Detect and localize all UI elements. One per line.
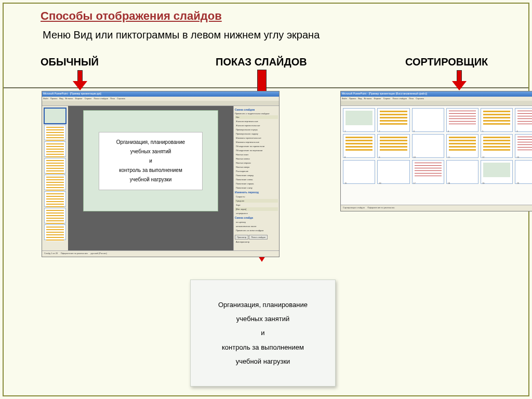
thumbnail bbox=[44, 175, 66, 190]
thumbnail bbox=[44, 108, 66, 124]
pane-header: Смена слайдов bbox=[235, 108, 278, 111]
slide-thumb: 2 bbox=[377, 108, 409, 132]
menubar: Файл Правка Вид Вставка Формат Сервис По… bbox=[341, 97, 532, 101]
show-button: Показ слайдов bbox=[249, 235, 268, 240]
slide-thumb: 11 bbox=[446, 134, 478, 158]
screenshot-normal-view: Microsoft PowerPoint - [Пример презентац… bbox=[42, 91, 280, 257]
slide-thumb: 4 bbox=[446, 108, 478, 132]
transition-item: Шахматы горизонтальные bbox=[235, 136, 278, 140]
text-line: контроль за выполнением bbox=[102, 166, 199, 175]
text-line: и bbox=[218, 326, 308, 340]
menu-item: Окно bbox=[409, 97, 414, 100]
transition-item: Появление справа bbox=[235, 182, 278, 185]
window-titlebar: Microsoft PowerPoint - [Пример презентац… bbox=[341, 91, 532, 97]
transition-item: Жалюзи вертикальные bbox=[235, 119, 278, 123]
transition-item: Жалюзи горизонтальные bbox=[235, 124, 278, 127]
text-line: Организация, планирование bbox=[102, 138, 199, 147]
menubar: Файл Правка Вид Вставка Формат Сервис По… bbox=[42, 97, 279, 101]
transition-item: Появление сверху bbox=[235, 174, 278, 177]
toolbar bbox=[42, 101, 279, 106]
transition-item: Объединение по горизонтали bbox=[235, 144, 278, 148]
slide-thumb: 1 bbox=[343, 108, 375, 132]
transition-item: Объединение по вертикали bbox=[235, 149, 278, 152]
slide-thumb: 9 bbox=[377, 134, 409, 158]
label-sorter: СОРТИРОВЩИК bbox=[405, 56, 488, 68]
text-line: учебных занятий bbox=[102, 147, 199, 156]
text-line: и bbox=[102, 156, 199, 166]
menu-item: Показ слайдов bbox=[392, 97, 407, 100]
thumbnail bbox=[44, 208, 66, 223]
status-mode: Сортировщик слайдов bbox=[343, 206, 365, 209]
slide-thumb: 3 bbox=[412, 108, 444, 132]
transition-item: Шахматы вертикальные bbox=[235, 140, 278, 144]
slide-thumb: 13 bbox=[515, 134, 532, 158]
slide-thumb: 8 bbox=[343, 134, 375, 158]
transition-item: Наплыв вправо bbox=[235, 161, 278, 165]
menu-item: Справка bbox=[117, 97, 125, 100]
menu-item: Показ слайдов bbox=[94, 97, 108, 100]
slide-thumb: 6 bbox=[515, 108, 532, 132]
slide-thumb: 17 bbox=[412, 160, 444, 184]
text-line: контроль за выполнением bbox=[218, 340, 308, 354]
apply-all: Применить ко всем слайдам bbox=[235, 229, 278, 232]
page-title: Способы отображения слайдов bbox=[41, 9, 222, 23]
page-subtitle: Меню Вид или пиктограммы в левом нижнем … bbox=[43, 29, 320, 41]
menu-item: Сервис bbox=[85, 97, 92, 100]
sound-label: Звук: bbox=[235, 203, 278, 207]
window-titlebar: Microsoft PowerPoint - [Пример презентац… bbox=[42, 91, 279, 97]
thumbnail bbox=[44, 224, 66, 240]
slide-grid: 1 2 3 4 5 6 7 8 9 10 11 12 13 14 15 16 1… bbox=[341, 106, 532, 205]
status-design: Оформление по умолчанию bbox=[61, 252, 88, 255]
menu-item: Справка bbox=[416, 97, 424, 100]
slideshow-text: Организация, планирование учебных заняти… bbox=[213, 292, 313, 374]
label-slideshow: ПОКАЗ СЛАЙДОВ bbox=[216, 56, 307, 68]
menu-item: Формат bbox=[374, 97, 381, 100]
transition-item: Появление слева bbox=[235, 178, 278, 181]
transition-item: Растворение bbox=[235, 169, 278, 173]
text-line: Организация, планирование bbox=[218, 298, 308, 312]
speed-value: Средняя bbox=[235, 199, 278, 203]
label-normal: ОБЫЧНЫЙ bbox=[41, 56, 99, 68]
text-line: учебной нагрузки bbox=[102, 175, 199, 184]
status-lang: русский (Россия) bbox=[91, 252, 107, 255]
toolbar bbox=[341, 101, 532, 106]
transition-item: Нет bbox=[235, 115, 278, 119]
pane-section: Изменить переход bbox=[235, 191, 278, 194]
text-line: учебной нагрузки bbox=[218, 354, 308, 368]
advance-click: по щелчку bbox=[235, 220, 278, 224]
slide-thumb: 15 bbox=[343, 160, 375, 184]
menu-item: Вид bbox=[358, 97, 362, 100]
auto-preview: Автопросмотр bbox=[235, 240, 278, 244]
menu-item: Сервис bbox=[383, 97, 391, 100]
transition-item: Наплыв вниз bbox=[235, 153, 278, 156]
thumbnail bbox=[44, 125, 66, 140]
menu-item: Вставка bbox=[364, 97, 372, 100]
menu-item: Вид bbox=[59, 97, 63, 100]
slide-thumbnails bbox=[42, 106, 68, 250]
task-pane: Смена слайдов Применить к выделенным сла… bbox=[233, 106, 279, 250]
slide-canvas: Организация, планирование учебных заняти… bbox=[83, 110, 218, 211]
status-slide: Слайд 1 из 20 bbox=[44, 252, 58, 255]
menu-item: Правка bbox=[349, 97, 356, 100]
menu-item: Окно bbox=[110, 97, 115, 100]
screenshot-sorter-view: Microsoft PowerPoint - [Пример презентац… bbox=[340, 91, 532, 211]
arrow-down-icon bbox=[452, 70, 467, 91]
speed-label: Скорость: bbox=[235, 195, 278, 198]
slide-thumb: 20 bbox=[515, 160, 532, 184]
slide-thumb: 5 bbox=[481, 108, 513, 132]
slide-text-box: Организация, планирование учебных заняти… bbox=[99, 132, 203, 190]
slide-thumb: 10 bbox=[412, 134, 444, 158]
slide-thumb: 18 bbox=[446, 160, 478, 184]
menu-item: Вставка bbox=[65, 97, 73, 100]
status-design: Оформление по умолчанию bbox=[367, 206, 394, 209]
slideshow-output: Организация, планирование учебных заняти… bbox=[190, 280, 336, 387]
advance-auto: автоматически после bbox=[235, 224, 278, 228]
pane-section: Смена слайда bbox=[235, 216, 278, 219]
thumbnail bbox=[44, 158, 66, 174]
loop-check: непрерывно bbox=[235, 211, 278, 215]
slide-thumb: 16 bbox=[377, 160, 409, 184]
menu-item: Формат bbox=[75, 97, 82, 100]
transition-item: Наплыв влево bbox=[235, 157, 278, 161]
text-line: учебных занятий bbox=[218, 312, 308, 326]
menu-item: Правка bbox=[50, 97, 58, 100]
